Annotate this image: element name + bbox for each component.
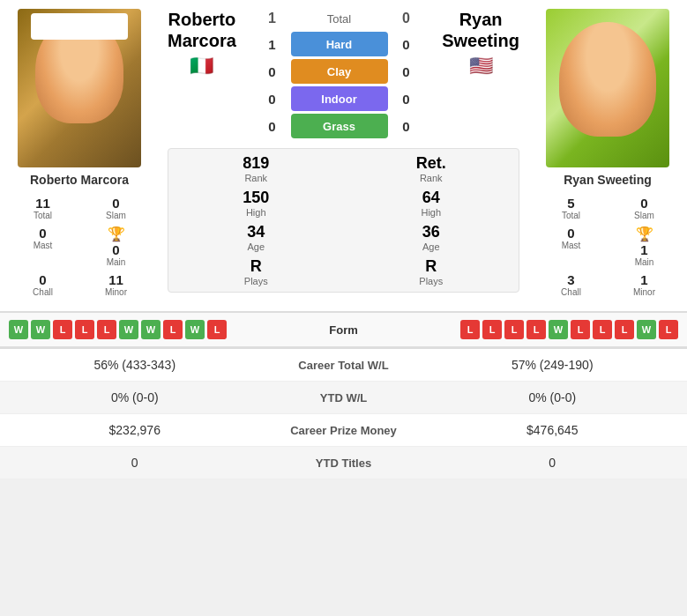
indoor-btn: Indoor [291, 86, 388, 111]
left-age: 34 Age [247, 223, 265, 252]
stats-left-val: 56% (433-343) [14, 358, 256, 372]
right-plays: R Plays [419, 257, 443, 286]
form-badge-left: L [163, 320, 183, 339]
player-right-photo [546, 9, 669, 167]
right-flag: 🇺🇸 [469, 55, 493, 78]
form-badge-right: L [659, 320, 678, 339]
left-name-top: RobertoMarcora [168, 9, 236, 51]
stat-chall-left: 0 Chall [7, 271, 78, 299]
form-badge-right: L [504, 320, 524, 339]
stats-left-val: 0 [14, 456, 256, 470]
left-center-stats: 819 Rank 150 High 34 Age R Plays [168, 154, 344, 286]
stats-row: 0 YTD Titles 0 [0, 447, 687, 479]
form-badge-right: L [615, 320, 634, 339]
stat-mast-right: 0 Mast [535, 224, 607, 269]
trophy-cell-left: 🏆 0 Main [80, 224, 152, 269]
right-age: 36 Age [422, 223, 440, 252]
form-badge-left: L [53, 320, 72, 339]
hard-btn: Hard [291, 32, 388, 56]
player-right: Ryan Sweeting 5 Total 0 Slam 0 Mast 🏆 1 [528, 9, 687, 302]
form-badge-right: L [460, 320, 480, 339]
hard-score-row: 1 Hard 0 [245, 32, 433, 56]
player-right-name: Ryan Sweeting [564, 173, 652, 187]
form-badge-right: L [593, 320, 612, 339]
stats-center-label: Career Total W/L [256, 359, 432, 372]
player-left-photo [18, 9, 141, 167]
trophy-cell-right: 🏆 1 Main [609, 224, 680, 269]
form-badge-left: W [185, 320, 205, 339]
stat-slam-right: 0 Slam [609, 194, 680, 222]
main-container: Roberto Marcora 11 Total 0 Slam 0 Mast 🏆… [0, 0, 687, 479]
stat-total-left: 11 Total [7, 194, 78, 222]
stats-center-label: Career Prize Money [256, 424, 432, 437]
stats-left-val: 0% (0-0) [14, 390, 256, 404]
total-score-row: 1 Total 0 [245, 11, 433, 26]
form-badge-left: L [207, 320, 227, 339]
center-section: RobertoMarcora 🇮🇹 1 Total 0 1 Hard 0 [159, 9, 528, 302]
right-rank: Ret. Rank [416, 154, 446, 183]
stats-left-val: $232,976 [14, 423, 256, 437]
form-badge-left: W [141, 320, 161, 339]
form-badge-left: W [119, 320, 138, 339]
player-left: Roberto Marcora 11 Total 0 Slam 0 Mast 🏆… [0, 9, 159, 302]
left-high: 150 High [243, 189, 269, 218]
trophy-icon-right: 🏆 [636, 226, 653, 242]
clay-btn: Clay [291, 59, 388, 84]
stats-right-val: 0 [432, 456, 674, 470]
form-section: WWLLLWWLWL Form LLLLWLLLWL [0, 313, 687, 347]
right-player-header: RyanSweeting 🇺🇸 [442, 9, 519, 78]
right-name-top: RyanSweeting [442, 9, 519, 51]
form-badge-left: W [31, 320, 50, 339]
stat-total-right: 5 Total [535, 194, 607, 222]
indoor-score-row: 0 Indoor 0 [245, 86, 433, 111]
form-badge-right: L [526, 320, 546, 339]
form-badge-right: W [549, 320, 568, 339]
stats-row: 56% (433-343) Career Total W/L 57% (249-… [0, 349, 687, 382]
stats-table: 56% (433-343) Career Total W/L 57% (249-… [0, 349, 687, 479]
stats-right-val: 0% (0-0) [432, 390, 674, 404]
form-badge-right: L [571, 320, 590, 339]
right-high: 64 High [421, 189, 441, 218]
form-badge-right: L [482, 320, 502, 339]
stat-minor-right: 1 Minor [609, 271, 680, 299]
stat-mast-left: 0 Mast [7, 224, 78, 269]
form-badges-left: WWLLLWWLWL [9, 320, 291, 339]
left-rank: 819 Rank [243, 154, 269, 183]
clay-score-row: 0 Clay 0 [245, 59, 433, 84]
left-plays: R Plays [244, 257, 268, 286]
stat-chall-right: 3 Chall [535, 271, 607, 299]
form-badge-left: L [75, 320, 94, 339]
scores-column: 1 Total 0 1 Hard 0 0 Clay 0 [236, 9, 442, 141]
top-section: Roberto Marcora 11 Total 0 Slam 0 Mast 🏆… [0, 0, 687, 311]
stats-center-label: YTD W/L [256, 391, 432, 404]
stats-row: $232,976 Career Prize Money $476,645 [0, 414, 687, 447]
stats-row: 0% (0-0) YTD W/L 0% (0-0) [0, 382, 687, 414]
player-left-name: Roberto Marcora [30, 173, 129, 187]
stats-center-label: YTD Titles [256, 456, 432, 470]
stat-slam-left: 0 Slam [80, 194, 152, 222]
right-center-stats: Ret. Rank 64 High 36 Age R Plays [344, 154, 519, 286]
form-label: Form [291, 323, 397, 337]
trophy-icon-left: 🏆 [108, 226, 125, 242]
player-left-stats: 11 Total 0 Slam 0 Mast 🏆 0 Main 0 [0, 190, 159, 302]
stats-right-val: 57% (249-190) [432, 358, 674, 372]
left-player-header: RobertoMarcora 🇮🇹 [168, 9, 236, 78]
form-badge-left: W [9, 320, 28, 339]
grass-btn: Grass [291, 114, 388, 138]
form-badge-left: L [97, 320, 116, 339]
left-flag: 🇮🇹 [190, 55, 213, 78]
form-badges-right: LLLLWLLLWL [397, 320, 679, 339]
grass-score-row: 0 Grass 0 [245, 114, 433, 138]
stats-right-val: $476,645 [432, 423, 674, 437]
form-badge-right: W [637, 320, 656, 339]
player-right-stats: 5 Total 0 Slam 0 Mast 🏆 1 Main 3 [528, 190, 687, 302]
stat-minor-left: 11 Minor [80, 271, 152, 299]
